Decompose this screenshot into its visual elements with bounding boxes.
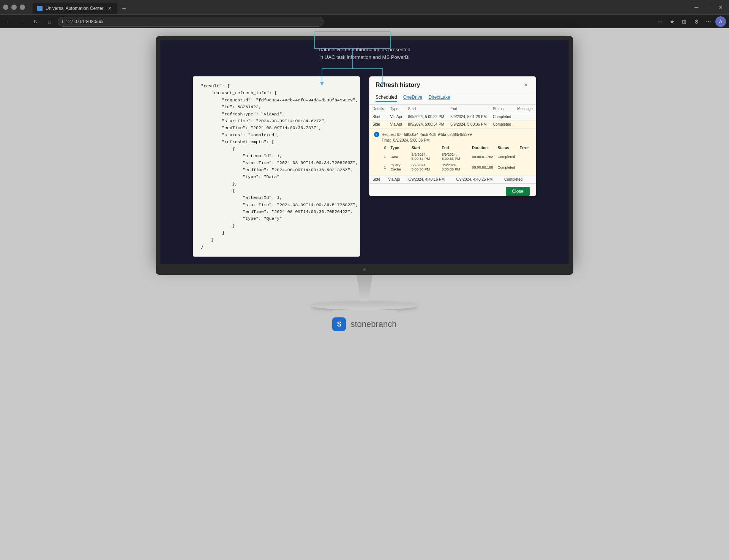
monitor-body: Dataset Refresh Information as presented… xyxy=(156,36,573,264)
tab-scheduled[interactable]: Scheduled xyxy=(376,95,397,102)
cell-start: 8/9/2024, 4:40:16 PM xyxy=(405,176,453,183)
json-content: "result": { "dataset_refresh_info": { "r… xyxy=(201,83,352,250)
sub-cell-num: 1 xyxy=(382,162,388,172)
cell-end: 8/9/2024, 4:40:25 PM xyxy=(453,176,501,183)
window-x-btn[interactable]: ✕ xyxy=(715,2,726,13)
collections-btn[interactable]: ⊞ xyxy=(679,16,690,27)
sub-cell-error xyxy=(518,162,531,172)
power-led xyxy=(363,268,366,271)
window-controls xyxy=(3,5,25,10)
powerbi-table-container: Details Type Start End Status Message xyxy=(369,105,536,183)
col-status: Status xyxy=(490,105,514,113)
tab-onedrive[interactable]: OneDrive xyxy=(403,95,423,102)
request-id-label: Request ID: xyxy=(382,133,402,137)
json-line: "refreshAttempts": [ xyxy=(201,139,352,145)
sub-table-row: 1Data8/9/2024, 5:00:34 PM8/9/2024, 5:00:… xyxy=(382,151,531,162)
minimize-button[interactable] xyxy=(3,5,8,10)
json-line: ] xyxy=(201,229,352,236)
json-line: "endTime": "2024-08-09T14:00:36.7052642Z… xyxy=(201,208,352,215)
sub-header-row: # Type Start End Duration Status Error xyxy=(382,145,531,151)
favorites-btn[interactable]: ★ xyxy=(667,16,677,27)
json-line: "dataset_refresh_info": { xyxy=(201,90,352,96)
col-end: End xyxy=(447,105,490,113)
extensions-btn[interactable]: ⚙ xyxy=(691,16,702,27)
address-bar[interactable]: ℹ 127.0.0.1:8080/uc/ xyxy=(58,17,323,27)
sub-col-status: Status xyxy=(495,145,518,151)
json-line: "endTime": "2024-08-09T14:00:36.5021325Z… xyxy=(201,167,352,174)
json-line: "endTime": "2024-08-09T14:00:36.737Z", xyxy=(201,125,352,131)
json-line: "attemptId": 1, xyxy=(201,153,352,159)
cell-details: Sble xyxy=(369,121,387,128)
monitor-neck xyxy=(351,275,378,301)
back-button[interactable]: ← xyxy=(3,16,14,27)
col-details: Details xyxy=(369,105,387,113)
settings-btn[interactable]: ⋯ xyxy=(703,16,714,27)
powerbi-title: Refresh history xyxy=(376,82,420,88)
cell-type: Via Api xyxy=(387,121,405,128)
annotation-line2: in UAC task information and MS PowerBI xyxy=(319,54,410,61)
reader-mode-btn[interactable]: ☆ xyxy=(655,16,665,27)
refresh-history-table: Details Type Start End Status Message xyxy=(369,105,536,128)
sub-col-error: Error xyxy=(518,145,531,151)
profile-button[interactable]: A xyxy=(715,16,726,27)
json-line: } xyxy=(201,222,352,229)
close-window-button[interactable] xyxy=(20,5,25,10)
stonebranch-logo-letter: S xyxy=(337,320,341,328)
powerbi-panel: Refresh history × Scheduled OneDrive Dir… xyxy=(369,76,536,196)
last-row-table: SbteVia Api8/9/2024, 4:40:16 PM8/9/2024,… xyxy=(369,176,536,183)
tab-close-button[interactable]: ✕ xyxy=(107,5,113,11)
json-line: } xyxy=(201,243,352,250)
stonebranch-name: stonebranch xyxy=(350,319,396,329)
json-line: "type": "Data" xyxy=(201,174,352,180)
json-panel: "result": { "dataset_refresh_info": { "r… xyxy=(193,76,360,257)
json-line: "startTime": "2024-08-09T14:00:36.517758… xyxy=(201,202,352,208)
cell-start: 8/9/2024, 5:00:22 PM xyxy=(405,113,448,121)
new-tab-button[interactable]: + xyxy=(119,3,129,14)
json-line: "startTime": "2024-08-09T14:00:34.627Z", xyxy=(201,118,352,125)
powerbi-close-button[interactable]: × xyxy=(522,81,530,89)
json-line: { xyxy=(201,146,352,153)
cell-type: Via Api xyxy=(385,176,405,183)
cell-status: Completed xyxy=(490,121,514,128)
col-start: Start xyxy=(405,105,448,113)
sub-cell-num: 1 xyxy=(382,151,388,162)
json-line: "refreshType": "ViaApi", xyxy=(201,111,352,118)
sub-cell-start: 8/9/2024, 5:00:36 PM xyxy=(409,162,440,172)
json-line: } xyxy=(201,237,352,243)
powerbi-footer: Close xyxy=(369,183,536,190)
stonebranch-brand-area: S stonebranch xyxy=(332,310,396,335)
sub-col-num: # xyxy=(382,145,388,151)
table-row[interactable]: SbleVia Api8/9/2024, 5:00:34 PM8/9/2024,… xyxy=(369,121,536,128)
info-icon: i xyxy=(374,132,379,137)
url-text: 127.0.0.1:8080/uc/ xyxy=(66,19,103,24)
col-type: Type xyxy=(387,105,405,113)
time-value: 8/9/2024, 5:00:36 PM xyxy=(393,138,430,142)
cell-message xyxy=(514,121,536,128)
monitor-display-area: Dataset Refresh Information as presented… xyxy=(0,28,729,560)
home-button[interactable]: ⌂ xyxy=(44,16,55,27)
cell-message xyxy=(529,176,536,183)
browser-tab-active[interactable]: Universal Automation Center ✕ xyxy=(33,3,117,14)
sub-cell-start: 8/9/2024, 5:00:34 PM xyxy=(409,151,440,162)
cell-end: 8/9/2024, 5:00:36 PM xyxy=(447,121,490,128)
table-row[interactable]: SbotVia Api8/9/2024, 5:00:22 PM8/9/2024,… xyxy=(369,113,536,121)
sub-col-duration: Duration xyxy=(470,145,495,151)
sub-col-type: Type xyxy=(388,145,409,151)
close-button[interactable]: Close xyxy=(506,187,530,196)
sub-col-start: Start xyxy=(409,145,440,151)
main-content-area: "result": { "dataset_refresh_info": { "r… xyxy=(193,76,536,257)
window-min-btn[interactable]: ─ xyxy=(691,2,702,13)
cell-details: Sbot xyxy=(369,113,387,121)
annotation: Dataset Refresh Information as presented… xyxy=(319,46,410,61)
cell-start: 8/9/2024, 5:00:34 PM xyxy=(405,121,448,128)
cell-status: Completed xyxy=(501,176,529,183)
maximize-button[interactable] xyxy=(11,5,17,10)
table-row[interactable]: SbteVia Api8/9/2024, 4:40:16 PM8/9/2024,… xyxy=(369,176,536,183)
table-header-row: Details Type Start End Status Message xyxy=(369,105,536,113)
forward-button[interactable]: → xyxy=(17,16,27,27)
json-line: "startTime": "2024-08-09T14:00:34.720820… xyxy=(201,159,352,166)
tab-directlake[interactable]: DirectLake xyxy=(428,95,450,102)
detail-sub-table: # Type Start End Duration Status Error xyxy=(382,145,531,172)
window-restore-btn[interactable]: □ xyxy=(703,2,714,13)
reload-button[interactable]: ↻ xyxy=(30,16,41,27)
